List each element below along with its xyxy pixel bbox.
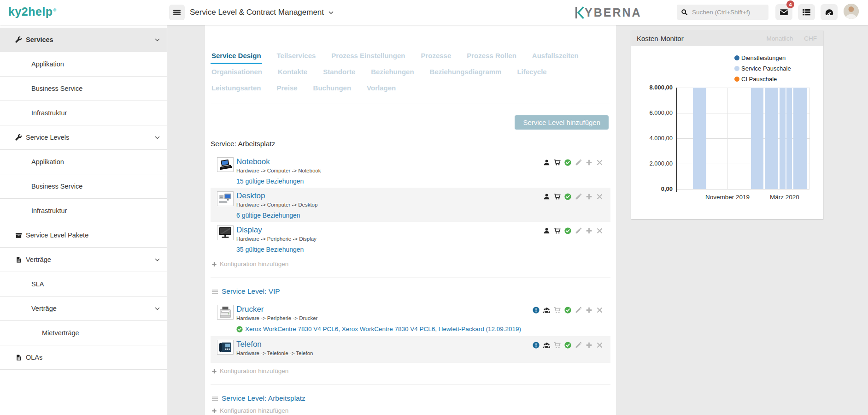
service-link[interactable]: Desktop xyxy=(236,191,265,201)
check-circle-icon[interactable] xyxy=(564,227,571,234)
tasks-button[interactable] xyxy=(798,4,815,20)
check-circle-icon[interactable] xyxy=(564,193,571,200)
tab-teilservices[interactable]: Teilservices xyxy=(276,52,317,64)
ky2help-logo[interactable]: ky2help® xyxy=(8,5,57,18)
legend-item[interactable]: CI Pauschale xyxy=(734,74,791,84)
sidebar-item-mietvertraege[interactable]: Mietverträge xyxy=(0,321,167,345)
sidebar-item-service-levels[interactable]: Service Levels xyxy=(0,125,167,150)
sidebar-item-applikation-1[interactable]: Applikation xyxy=(0,52,167,77)
pencil-icon[interactable] xyxy=(575,193,582,200)
tab-lifecycle[interactable]: Lifecycle xyxy=(516,68,547,80)
tab-prozess-einstellungen[interactable]: Prozess Einstellungen xyxy=(330,52,406,64)
module-selector[interactable]: Service Level & Contract Management xyxy=(190,0,334,25)
plus-icon[interactable] xyxy=(586,193,592,200)
relations-link[interactable]: 15 gültige Beziehungen xyxy=(236,178,304,185)
sidebar-item-services[interactable]: Services xyxy=(0,28,167,52)
add-configuration-link[interactable]: Konfiguration hinzufügen xyxy=(211,368,610,374)
sidebar-item-olas[interactable]: OLAs xyxy=(0,345,167,370)
tab-beziehungen[interactable]: Beziehungen xyxy=(370,68,415,80)
cart-icon[interactable] xyxy=(554,227,561,234)
sidebar-item-business-service-1[interactable]: Business Service xyxy=(0,77,167,101)
close-icon[interactable] xyxy=(596,307,603,314)
sidebar-item-sla[interactable]: SLA xyxy=(0,272,167,296)
registered-mark: ® xyxy=(53,8,57,12)
tab-organisationen[interactable]: Organisationen xyxy=(211,68,263,80)
tab-beziehungsdiagramm[interactable]: Beziehungsdiagramm xyxy=(429,68,503,80)
sidebar-item-applikation-2[interactable]: Applikation xyxy=(0,150,167,174)
user-icon[interactable] xyxy=(543,227,550,234)
cart-icon[interactable] xyxy=(554,159,561,166)
sidebar-item-infrastruktur-2[interactable]: Infrastruktur xyxy=(0,199,167,223)
close-icon[interactable] xyxy=(596,227,603,234)
user-icon[interactable] xyxy=(543,159,550,166)
row-actions xyxy=(543,227,603,234)
legend-item[interactable]: Dienstleistungen xyxy=(734,53,791,63)
add-configuration-link[interactable]: Konfiguration hinzufügen xyxy=(211,407,610,414)
drag-handle-icon[interactable] xyxy=(211,395,218,402)
service-path: Hardware -> Computer -> Desktop xyxy=(236,202,610,208)
users-icon[interactable] xyxy=(543,342,550,349)
currency-toggle[interactable]: CHF xyxy=(804,35,817,42)
tab-buchungen[interactable]: Buchungen xyxy=(312,84,352,96)
menu-button[interactable] xyxy=(169,5,185,20)
search-box[interactable] xyxy=(677,5,768,20)
pencil-icon[interactable] xyxy=(575,159,582,166)
info-circle-icon[interactable] xyxy=(533,342,540,349)
tab-prozesse[interactable]: Prozesse xyxy=(420,52,452,64)
service-link[interactable]: Notebook xyxy=(236,157,270,166)
relations-link[interactable]: 35 gültige Beziehungen xyxy=(236,246,304,253)
sidebar-item-vertraege[interactable]: Verträge xyxy=(0,248,167,272)
pencil-icon[interactable] xyxy=(575,342,582,349)
drag-handle-icon[interactable] xyxy=(211,288,218,295)
plus-icon[interactable] xyxy=(586,342,592,349)
user-avatar[interactable] xyxy=(844,4,859,19)
sidebar-item-service-level-pakete[interactable]: Service Level Pakete xyxy=(0,223,167,248)
relations-link[interactable]: 6 gültige Beziehungen xyxy=(236,212,300,219)
check-circle-icon[interactable] xyxy=(564,159,571,166)
cart-icon[interactable] xyxy=(554,342,561,349)
sidebar-item-infrastruktur-1[interactable]: Infrastruktur xyxy=(0,101,167,125)
main-content: Service Design Teilservices Prozess Eins… xyxy=(205,25,616,415)
tab-preise[interactable]: Preise xyxy=(276,84,299,96)
dashboard-button[interactable] xyxy=(821,4,838,20)
plus-icon[interactable] xyxy=(586,159,592,166)
tab-ausfallszeiten[interactable]: Ausfallszeiten xyxy=(531,52,580,64)
close-icon[interactable] xyxy=(596,193,603,200)
interval-toggle[interactable]: Monatlich xyxy=(766,35,793,42)
check-circle-icon[interactable] xyxy=(564,342,571,349)
service-level-arbeitsplatz-link[interactable]: Service Level: Arbeitsplatz xyxy=(222,394,305,403)
close-icon[interactable] xyxy=(596,159,603,166)
tab-leistungsarten[interactable]: Leistungsarten xyxy=(211,84,262,96)
service-level-vip-link[interactable]: Service Level: VIP xyxy=(222,287,280,296)
service-link[interactable]: Display xyxy=(236,225,262,235)
sidebar: Services Applikation Business Service In… xyxy=(0,25,167,415)
cart-icon[interactable] xyxy=(554,193,561,200)
users-icon[interactable] xyxy=(543,307,550,314)
tab-prozess-rollen[interactable]: Prozess Rollen xyxy=(466,52,517,64)
cost-monitor-title: Kosten-Monitor xyxy=(637,35,766,42)
info-circle-icon[interactable] xyxy=(533,307,540,314)
search-input[interactable] xyxy=(691,8,766,16)
pencil-icon[interactable] xyxy=(575,307,582,314)
tab-standorte[interactable]: Standorte xyxy=(322,68,356,80)
plus-icon[interactable] xyxy=(586,227,592,234)
service-link[interactable]: Telefon xyxy=(236,340,262,349)
tab-service-design[interactable]: Service Design xyxy=(211,52,262,64)
add-configuration-link[interactable]: Konfiguration hinzufügen xyxy=(211,261,610,267)
tab-vorlagen[interactable]: Vorlagen xyxy=(366,84,397,96)
configuration-link[interactable]: Xerox WorkCentre 7830 V4 PCL6, Xerox Wor… xyxy=(236,326,610,332)
wrench-icon xyxy=(15,36,22,43)
service-row-desktop: Desktop Hardware -> Computer -> Desktop … xyxy=(211,188,610,222)
sidebar-item-vertraege-sub[interactable]: Verträge xyxy=(0,296,167,321)
tab-kontakte[interactable]: Kontakte xyxy=(277,68,308,80)
plus-icon[interactable] xyxy=(586,307,592,314)
pencil-icon[interactable] xyxy=(575,227,582,234)
add-service-level-button[interactable]: Service Level hinzufügen xyxy=(515,115,609,130)
close-icon[interactable] xyxy=(596,342,603,349)
sidebar-item-business-service-2[interactable]: Business Service xyxy=(0,174,167,199)
cart-icon[interactable] xyxy=(554,307,561,314)
user-icon[interactable] xyxy=(543,193,550,200)
check-circle-icon[interactable] xyxy=(564,307,571,314)
service-link[interactable]: Drucker xyxy=(236,305,264,314)
legend-item[interactable]: Service Pauschale xyxy=(734,63,791,74)
